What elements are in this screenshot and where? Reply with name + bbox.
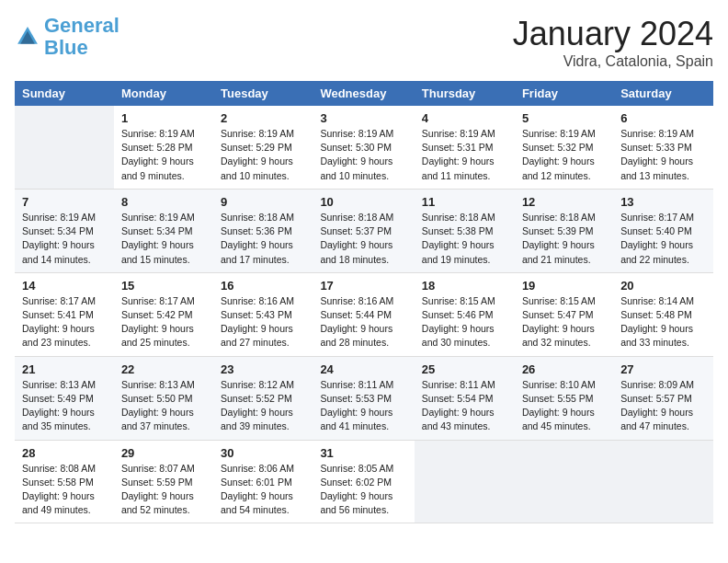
day-number: 13 bbox=[620, 195, 706, 209]
week-row-1: 1Sunrise: 8:19 AMSunset: 5:28 PMDaylight… bbox=[15, 106, 713, 189]
day-info: Sunrise: 8:19 AMSunset: 5:29 PMDaylight:… bbox=[221, 127, 305, 183]
day-info: Sunrise: 8:18 AMSunset: 5:39 PMDaylight:… bbox=[522, 211, 606, 267]
day-number: 20 bbox=[620, 279, 706, 293]
day-cell: 25Sunrise: 8:11 AMSunset: 5:54 PMDayligh… bbox=[415, 356, 515, 440]
day-info: Sunrise: 8:18 AMSunset: 5:36 PMDaylight:… bbox=[221, 211, 305, 267]
day-info: Sunrise: 8:11 AMSunset: 5:53 PMDaylight:… bbox=[320, 378, 406, 434]
day-info: Sunrise: 8:13 AMSunset: 5:49 PMDaylight:… bbox=[22, 378, 107, 434]
day-number: 24 bbox=[320, 362, 406, 376]
day-cell: 4Sunrise: 8:19 AMSunset: 5:31 PMDaylight… bbox=[415, 106, 515, 189]
day-cell: 26Sunrise: 8:10 AMSunset: 5:55 PMDayligh… bbox=[515, 356, 613, 440]
day-info: Sunrise: 8:16 AMSunset: 5:43 PMDaylight:… bbox=[221, 294, 305, 350]
day-info: Sunrise: 8:19 AMSunset: 5:34 PMDaylight:… bbox=[22, 211, 107, 267]
day-number: 4 bbox=[422, 111, 507, 125]
day-header-saturday: Saturday bbox=[613, 81, 713, 106]
logo-blue: Blue bbox=[44, 36, 88, 59]
day-number: 11 bbox=[422, 195, 507, 209]
day-cell: 27Sunrise: 8:09 AMSunset: 5:57 PMDayligh… bbox=[613, 356, 713, 440]
day-info: Sunrise: 8:10 AMSunset: 5:55 PMDaylight:… bbox=[522, 378, 606, 434]
day-info: Sunrise: 8:09 AMSunset: 5:57 PMDaylight:… bbox=[620, 378, 706, 434]
day-cell: 1Sunrise: 8:19 AMSunset: 5:28 PMDaylight… bbox=[114, 106, 213, 189]
day-cell: 2Sunrise: 8:19 AMSunset: 5:29 PMDaylight… bbox=[213, 106, 313, 189]
logo-icon bbox=[15, 24, 40, 50]
day-info: Sunrise: 8:18 AMSunset: 5:38 PMDaylight:… bbox=[422, 211, 507, 267]
day-info: Sunrise: 8:06 AMSunset: 6:01 PMDaylight:… bbox=[221, 462, 305, 518]
day-cell: 29Sunrise: 8:07 AMSunset: 5:59 PMDayligh… bbox=[114, 440, 213, 523]
calendar-title: January 2024 bbox=[513, 15, 713, 53]
day-header-monday: Monday bbox=[114, 81, 213, 106]
day-number: 7 bbox=[22, 195, 107, 209]
day-cell: 16Sunrise: 8:16 AMSunset: 5:43 PMDayligh… bbox=[213, 272, 313, 356]
calendar-header-row: SundayMondayTuesdayWednesdayThursdayFrid… bbox=[15, 81, 713, 106]
day-cell: 21Sunrise: 8:13 AMSunset: 5:49 PMDayligh… bbox=[15, 356, 114, 440]
day-number: 14 bbox=[22, 279, 107, 293]
day-info: Sunrise: 8:19 AMSunset: 5:28 PMDaylight:… bbox=[121, 127, 206, 183]
day-cell bbox=[415, 440, 515, 523]
day-info: Sunrise: 8:08 AMSunset: 5:58 PMDaylight:… bbox=[22, 462, 107, 518]
day-cell: 23Sunrise: 8:12 AMSunset: 5:52 PMDayligh… bbox=[213, 356, 313, 440]
day-info: Sunrise: 8:17 AMSunset: 5:42 PMDaylight:… bbox=[121, 294, 206, 350]
day-header-friday: Friday bbox=[515, 81, 613, 106]
day-cell: 7Sunrise: 8:19 AMSunset: 5:34 PMDaylight… bbox=[15, 189, 114, 272]
day-cell: 13Sunrise: 8:17 AMSunset: 5:40 PMDayligh… bbox=[613, 189, 713, 272]
day-cell: 9Sunrise: 8:18 AMSunset: 5:36 PMDaylight… bbox=[213, 189, 313, 272]
day-cell: 15Sunrise: 8:17 AMSunset: 5:42 PMDayligh… bbox=[114, 272, 213, 356]
day-number: 30 bbox=[221, 446, 305, 460]
day-cell bbox=[15, 106, 114, 189]
day-cell: 31Sunrise: 8:05 AMSunset: 6:02 PMDayligh… bbox=[313, 440, 414, 523]
day-info: Sunrise: 8:07 AMSunset: 5:59 PMDaylight:… bbox=[121, 462, 206, 518]
day-number: 27 bbox=[620, 362, 706, 376]
day-header-thursday: Thursday bbox=[415, 81, 515, 106]
day-header-wednesday: Wednesday bbox=[313, 81, 414, 106]
day-number: 8 bbox=[121, 195, 206, 209]
day-cell: 30Sunrise: 8:06 AMSunset: 6:01 PMDayligh… bbox=[213, 440, 313, 523]
day-cell: 14Sunrise: 8:17 AMSunset: 5:41 PMDayligh… bbox=[15, 272, 114, 356]
day-number: 6 bbox=[620, 111, 706, 125]
day-cell: 11Sunrise: 8:18 AMSunset: 5:38 PMDayligh… bbox=[415, 189, 515, 272]
day-number: 31 bbox=[320, 446, 406, 460]
day-cell: 28Sunrise: 8:08 AMSunset: 5:58 PMDayligh… bbox=[15, 440, 114, 523]
day-cell: 17Sunrise: 8:16 AMSunset: 5:44 PMDayligh… bbox=[313, 272, 414, 356]
week-row-3: 14Sunrise: 8:17 AMSunset: 5:41 PMDayligh… bbox=[15, 272, 713, 356]
day-info: Sunrise: 8:19 AMSunset: 5:34 PMDaylight:… bbox=[121, 211, 206, 267]
day-header-tuesday: Tuesday bbox=[213, 81, 313, 106]
day-number: 5 bbox=[522, 111, 606, 125]
day-number: 26 bbox=[522, 362, 606, 376]
week-row-2: 7Sunrise: 8:19 AMSunset: 5:34 PMDaylight… bbox=[15, 189, 713, 272]
day-cell: 5Sunrise: 8:19 AMSunset: 5:32 PMDaylight… bbox=[515, 106, 613, 189]
day-cell: 10Sunrise: 8:18 AMSunset: 5:37 PMDayligh… bbox=[313, 189, 414, 272]
day-info: Sunrise: 8:05 AMSunset: 6:02 PMDaylight:… bbox=[320, 462, 406, 518]
day-number: 3 bbox=[320, 111, 406, 125]
day-cell: 22Sunrise: 8:13 AMSunset: 5:50 PMDayligh… bbox=[114, 356, 213, 440]
day-info: Sunrise: 8:17 AMSunset: 5:40 PMDaylight:… bbox=[620, 211, 706, 267]
day-info: Sunrise: 8:13 AMSunset: 5:50 PMDaylight:… bbox=[121, 378, 206, 434]
day-info: Sunrise: 8:18 AMSunset: 5:37 PMDaylight:… bbox=[320, 211, 406, 267]
day-cell: 8Sunrise: 8:19 AMSunset: 5:34 PMDaylight… bbox=[114, 189, 213, 272]
day-info: Sunrise: 8:15 AMSunset: 5:47 PMDaylight:… bbox=[522, 294, 606, 350]
logo-general: General bbox=[44, 14, 119, 37]
day-info: Sunrise: 8:14 AMSunset: 5:48 PMDaylight:… bbox=[620, 294, 706, 350]
day-info: Sunrise: 8:12 AMSunset: 5:52 PMDaylight:… bbox=[221, 378, 305, 434]
day-info: Sunrise: 8:11 AMSunset: 5:54 PMDaylight:… bbox=[422, 378, 507, 434]
day-number: 15 bbox=[121, 279, 206, 293]
day-cell bbox=[515, 440, 613, 523]
day-info: Sunrise: 8:19 AMSunset: 5:32 PMDaylight:… bbox=[522, 127, 606, 183]
day-number: 16 bbox=[221, 279, 305, 293]
day-cell: 18Sunrise: 8:15 AMSunset: 5:46 PMDayligh… bbox=[415, 272, 515, 356]
day-number: 18 bbox=[422, 279, 507, 293]
week-row-5: 28Sunrise: 8:08 AMSunset: 5:58 PMDayligh… bbox=[15, 440, 713, 523]
day-cell: 19Sunrise: 8:15 AMSunset: 5:47 PMDayligh… bbox=[515, 272, 613, 356]
day-cell bbox=[613, 440, 713, 523]
day-cell: 20Sunrise: 8:14 AMSunset: 5:48 PMDayligh… bbox=[613, 272, 713, 356]
day-cell: 24Sunrise: 8:11 AMSunset: 5:53 PMDayligh… bbox=[313, 356, 414, 440]
day-number: 29 bbox=[121, 446, 206, 460]
calendar-table: SundayMondayTuesdayWednesdayThursdayFrid… bbox=[15, 81, 713, 523]
day-info: Sunrise: 8:19 AMSunset: 5:30 PMDaylight:… bbox=[320, 127, 406, 183]
day-cell: 12Sunrise: 8:18 AMSunset: 5:39 PMDayligh… bbox=[515, 189, 613, 272]
day-number: 9 bbox=[221, 195, 305, 209]
day-info: Sunrise: 8:17 AMSunset: 5:41 PMDaylight:… bbox=[22, 294, 107, 350]
day-header-sunday: Sunday bbox=[15, 81, 114, 106]
day-number: 2 bbox=[221, 111, 305, 125]
day-info: Sunrise: 8:19 AMSunset: 5:31 PMDaylight:… bbox=[422, 127, 507, 183]
logo: General Blue bbox=[15, 15, 119, 59]
